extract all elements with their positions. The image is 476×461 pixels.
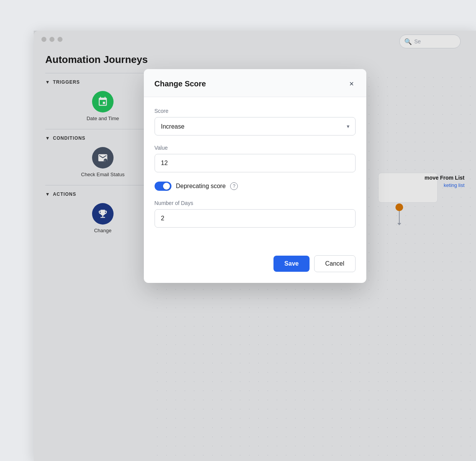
cancel-button[interactable]: Cancel: [314, 255, 356, 272]
score-label: Score: [155, 108, 356, 114]
score-field-group: Score Increase Decrease Set ▾: [155, 108, 356, 135]
toggle-track: [155, 182, 171, 191]
value-input[interactable]: [155, 154, 356, 172]
modal-header: Change Score ×: [144, 69, 366, 97]
modal-overlay: Change Score × Score Increase Decrease S…: [34, 31, 476, 461]
days-field-group: Number of Days: [155, 200, 356, 228]
save-button[interactable]: Save: [273, 256, 309, 272]
days-input[interactable]: [155, 209, 356, 228]
score-select[interactable]: Increase Decrease Set: [155, 117, 356, 135]
modal-body: Score Increase Decrease Set ▾ Value: [144, 97, 366, 248]
score-select-wrapper: Increase Decrease Set ▾: [155, 117, 356, 135]
value-field-group: Value: [155, 145, 356, 172]
toggle-thumb: [163, 183, 170, 190]
deprecating-score-row: Deprecating score ?: [155, 182, 356, 191]
days-label: Number of Days: [155, 200, 356, 206]
modal-close-button[interactable]: ×: [348, 78, 356, 89]
value-label: Value: [155, 145, 356, 151]
change-score-modal: Change Score × Score Increase Decrease S…: [144, 69, 366, 283]
deprecating-toggle[interactable]: [155, 182, 171, 191]
modal-title: Change Score: [155, 79, 206, 88]
deprecating-label: Deprecating score: [176, 183, 226, 190]
modal-footer: Save Cancel: [144, 248, 366, 283]
main-window: Automation Journeys 🔍 Se ▼ TRIGGERS Date…: [34, 31, 476, 461]
help-icon[interactable]: ?: [230, 182, 238, 190]
